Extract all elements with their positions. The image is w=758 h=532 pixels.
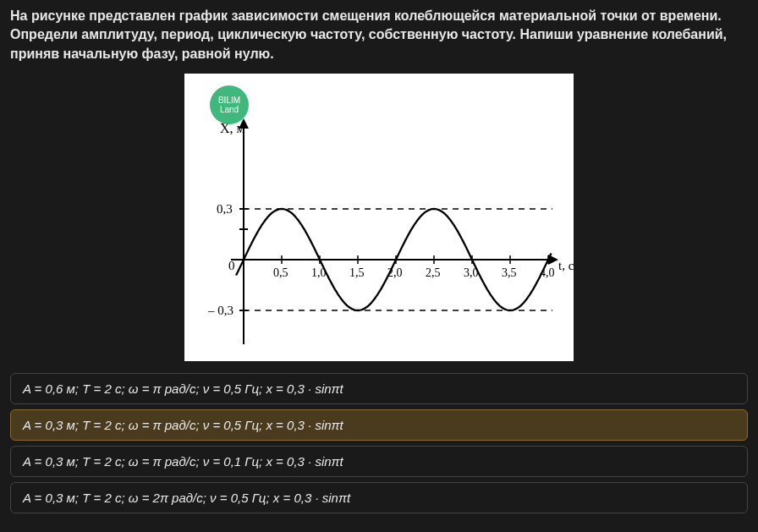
brand-badge: BILIM Land [210,85,249,124]
x-tick: 0,5 [273,266,288,279]
x-tick: 1,5 [349,266,365,279]
y-tick-zero: 0 [228,259,235,272]
badge-line1: BILIM [218,96,240,105]
x-tick: 2,5 [426,266,441,279]
badge-line2: Land [220,105,239,114]
y-tick-pos: 0,3 [217,202,233,216]
answer-option-4[interactable]: A = 0,3 м; T = 2 с; ω = 2π рад/с; ν = 0,… [10,482,748,513]
y-tick-neg: – 0,3 [207,304,233,317]
answer-option-3[interactable]: A = 0,3 м; T = 2 с; ω = π рад/с; ν = 0,1… [10,446,748,477]
x-tick: 3,5 [502,266,517,279]
answer-option-2[interactable]: A = 0,3 м; T = 2 с; ω = π рад/с; ν = 0,5… [10,409,748,441]
x-axis-label: t, с [558,259,574,272]
options-list: A = 0,6 м; T = 2 с; ω = π рад/с; ν = 0,5… [10,373,748,513]
answer-option-1[interactable]: A = 0,6 м; T = 2 с; ω = π рад/с; ν = 0,5… [10,373,748,404]
chart-container: BILIM Land [10,74,748,365]
oscillation-chart: BILIM Land [184,74,574,361]
question-text: На рисунке представлен график зависимост… [10,7,748,63]
